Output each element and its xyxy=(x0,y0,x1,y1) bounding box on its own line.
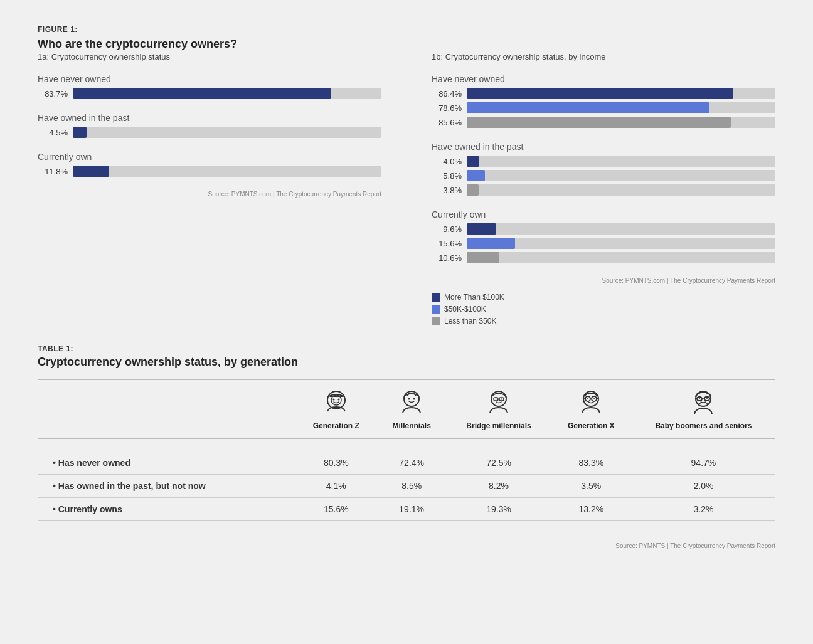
col-label-bridge: Bridge millennials xyxy=(466,421,531,430)
table-row-never-owned: • Has never owned 80.3% 72.4% 72.5% 83.3… xyxy=(38,451,775,475)
bar-fill xyxy=(467,117,731,128)
table-label: TABLE 1: xyxy=(38,344,775,353)
bullet-never: • xyxy=(53,458,58,468)
figure-label: FIGURE 1: xyxy=(38,25,775,34)
generation-z-icon xyxy=(320,386,353,419)
svg-line-25 xyxy=(695,399,697,399)
row-label-current: • Currently owns xyxy=(38,498,296,521)
charts-row: 1a: Cryptocurrency ownership status Have… xyxy=(38,52,775,325)
bar-fill xyxy=(467,88,733,99)
chart1-group-past: Have owned in the past 4.5% xyxy=(38,113,381,138)
bar-fill xyxy=(467,102,709,113)
cell-current-genx: 13.2% xyxy=(551,498,632,521)
col-header-boomers: Baby boomers and seniors xyxy=(632,379,775,438)
spacer-cell xyxy=(38,438,775,451)
bar-row: 4.0% xyxy=(432,156,775,167)
chart2-legend: More Than $100K $50K-$100K Less than $50… xyxy=(432,293,775,325)
bar-pct: 85.6% xyxy=(432,118,462,127)
bar-fill xyxy=(467,252,499,263)
bridge-millennials-icon xyxy=(482,386,515,419)
generation-x-icon xyxy=(575,386,607,419)
generation-table: Generation Z xyxy=(38,379,775,534)
bar-pct: 5.8% xyxy=(432,171,462,181)
figure-title: Who are the cryptocurrency owners? xyxy=(38,38,775,51)
cell-past-millennials: 8.5% xyxy=(376,475,447,498)
svg-line-26 xyxy=(709,399,711,399)
svg-point-20 xyxy=(593,398,595,399)
bar-pct: 3.8% xyxy=(432,186,462,195)
chart1-group-never: Have never owned 83.7% xyxy=(38,74,381,99)
svg-point-19 xyxy=(587,398,588,399)
cell-never-boomers: 94.7% xyxy=(632,451,775,475)
bar-fill xyxy=(73,88,331,99)
col-header-empty xyxy=(38,379,296,438)
chart-1b: 1b: Cryptocurrency ownership status, by … xyxy=(432,52,775,325)
svg-point-2 xyxy=(332,399,334,401)
col-header-bridge: Bridge millennials xyxy=(447,379,550,438)
bar-fill xyxy=(73,127,87,138)
cell-past-bridge: 8.2% xyxy=(447,475,550,498)
bar-pct: 86.4% xyxy=(432,89,462,98)
bar-track xyxy=(73,127,381,138)
svg-line-17 xyxy=(584,398,585,399)
table-title: Cryptocurrency ownership status, by gene… xyxy=(38,356,775,369)
legend-item-low: Less than $50K xyxy=(432,317,775,325)
bar-fill xyxy=(467,223,496,235)
bar-track xyxy=(467,184,775,196)
legend-box-low xyxy=(432,317,440,325)
legend-box-mid xyxy=(432,305,440,314)
chart1-group-current: Currently own 11.8% xyxy=(38,152,381,177)
bar-pct: 10.6% xyxy=(432,253,462,263)
bar-row: 3.8% xyxy=(432,184,775,196)
legend-label-mid: $50K-$100K xyxy=(444,305,486,314)
svg-point-28 xyxy=(706,398,708,399)
bar-row: 10.6% xyxy=(432,252,775,263)
chart2-group-current: Currently own 9.6% 15.6% 10.6% xyxy=(432,209,775,263)
svg-line-18 xyxy=(597,398,598,399)
svg-point-3 xyxy=(337,399,339,401)
bar-track xyxy=(467,238,775,249)
cell-past-genz: 4.1% xyxy=(296,475,376,498)
cell-past-boomers: 2.0% xyxy=(632,475,775,498)
chart2-label-past: Have owned in the past xyxy=(432,142,775,152)
bar-pct: 4.5% xyxy=(38,128,68,137)
bullet-past: • xyxy=(53,481,58,491)
cell-never-millennials: 72.4% xyxy=(376,451,447,475)
legend-box-high xyxy=(432,293,440,302)
bar-fill xyxy=(467,238,515,249)
table-header-row: Generation Z xyxy=(38,379,775,438)
row-label-never: • Has never owned xyxy=(38,451,296,475)
row-label-past: • Has owned in the past, but not now xyxy=(38,475,296,498)
cell-current-bridge: 19.3% xyxy=(447,498,550,521)
bar-row: 11.8% xyxy=(38,166,381,177)
bar-pct: 78.6% xyxy=(432,103,462,113)
svg-point-6 xyxy=(413,398,415,400)
bar-pct: 15.6% xyxy=(432,239,462,248)
bar-fill xyxy=(467,184,479,196)
table-bottom-spacer xyxy=(38,521,775,534)
col-header-millennials: Millennials xyxy=(376,379,447,438)
chart2-label-current: Currently own xyxy=(432,209,775,219)
page: FIGURE 1: Who are the cryptocurrency own… xyxy=(0,0,813,644)
cell-current-genz: 15.6% xyxy=(296,498,376,521)
col-label-millennials: Millennials xyxy=(392,421,430,430)
legend-item-high: More Than $100K xyxy=(432,293,775,302)
col-label-genx: Generation X xyxy=(568,421,615,430)
svg-point-12 xyxy=(501,399,502,400)
chart2-subtitle: 1b: Cryptocurrency ownership status, by … xyxy=(432,52,775,61)
legend-item-mid: $50K-$100K xyxy=(432,305,775,314)
bar-row: 9.6% xyxy=(432,223,775,235)
chart2-group-never: Have never owned 86.4% 78.6% 85.6% xyxy=(432,74,775,128)
chart2-label-never: Have never owned xyxy=(432,74,775,84)
legend-label-low: Less than $50K xyxy=(444,317,496,325)
bar-pct: 11.8% xyxy=(38,167,68,176)
bar-row: 86.4% xyxy=(432,88,775,99)
chart2-group-past: Have owned in the past 4.0% 5.8% 3.8% xyxy=(432,142,775,196)
chart1-source: Source: PYMNTS.com | The Cryptocurrency … xyxy=(38,191,381,198)
bar-pct: 9.6% xyxy=(432,224,462,234)
bar-track xyxy=(467,223,775,235)
cell-past-genx: 3.5% xyxy=(551,475,632,498)
bar-row: 15.6% xyxy=(432,238,775,249)
bar-track xyxy=(467,117,775,128)
bar-row: 4.5% xyxy=(38,127,381,138)
